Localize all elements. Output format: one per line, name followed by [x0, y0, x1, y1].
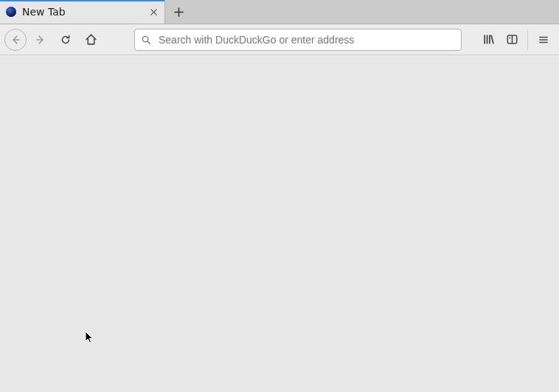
close-icon — [150, 8, 158, 16]
back-button[interactable] — [4, 29, 27, 51]
svg-point-2 — [509, 38, 510, 39]
home-button[interactable] — [80, 29, 102, 51]
tab-strip: New Tab — [0, 0, 559, 24]
forward-button[interactable] — [29, 29, 52, 51]
url-bar[interactable] — [134, 29, 462, 51]
tab-close-button[interactable] — [147, 5, 160, 18]
reload-icon — [60, 34, 72, 46]
reload-button[interactable] — [55, 29, 77, 51]
search-icon — [141, 35, 151, 45]
browser-tab[interactable]: New Tab — [0, 0, 165, 24]
arrow-right-icon — [35, 34, 46, 46]
sidebar-button[interactable] — [501, 29, 523, 51]
library-icon — [482, 33, 495, 46]
globe-favicon-icon — [6, 7, 16, 17]
sidebar-icon — [506, 33, 518, 46]
library-button[interactable] — [477, 29, 499, 51]
hamburger-icon — [538, 34, 549, 46]
tab-title: New Tab — [22, 6, 147, 18]
urlbar-container — [134, 29, 474, 51]
toolbar-divider — [527, 30, 528, 49]
browser-content-area — [0, 55, 559, 392]
home-icon — [85, 33, 97, 46]
new-tab-button[interactable] — [165, 0, 192, 24]
plus-icon — [173, 7, 184, 18]
address-input[interactable] — [157, 33, 455, 46]
navigation-toolbar — [0, 24, 559, 55]
arrow-left-icon — [10, 34, 21, 46]
app-menu-button[interactable] — [532, 29, 555, 51]
